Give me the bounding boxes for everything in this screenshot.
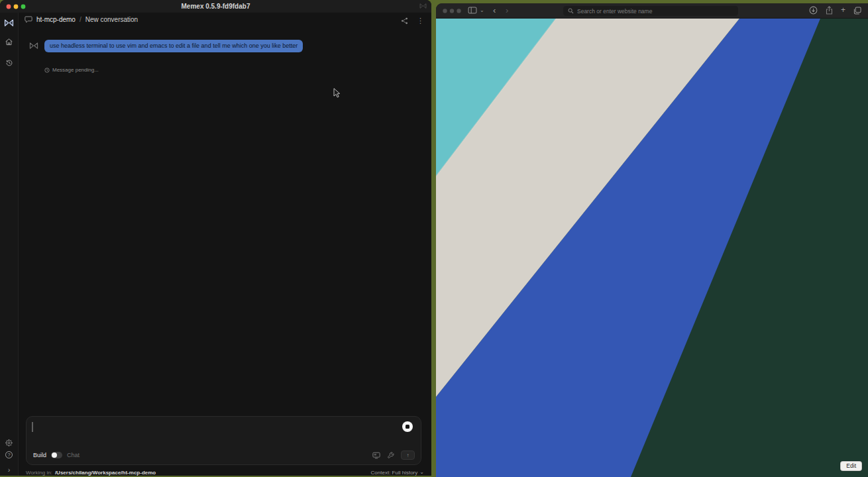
safari-window: ⌄ ‹ › Search or enter website name +	[436, 3, 868, 477]
breadcrumb-separator: /	[80, 16, 81, 23]
share-icon[interactable]	[401, 17, 408, 25]
tab-overview-icon[interactable]	[853, 7, 861, 15]
sidebar-toggle-button[interactable]: ⌄	[468, 7, 484, 14]
toggle-knob	[52, 452, 57, 458]
working-directory-path: /Users/chilang/Workspace/ht-mcp-demo	[55, 470, 156, 476]
screen-capture-icon[interactable]	[372, 452, 380, 459]
memex-window: Memex 0.5.9-fd9fdab7 ? › ht-mcp	[0, 0, 431, 476]
address-bar[interactable]: Search or enter website name	[563, 6, 738, 16]
chevron-down-icon: ⌄	[419, 470, 424, 475]
help-question-glyph: ?	[5, 451, 13, 458]
more-options-kebab-icon[interactable]: ⋮	[417, 16, 424, 25]
mode-label-build[interactable]: Build	[33, 452, 46, 458]
address-placeholder: Search or enter website name	[577, 8, 652, 15]
window-title: Memex 0.5.9-fd9fdab7	[0, 0, 431, 13]
pending-status-text: Message pending...	[52, 67, 99, 73]
edit-button[interactable]: Edit	[840, 461, 862, 471]
safari-toolbar: ⌄ ‹ › Search or enter website name +	[436, 3, 868, 19]
context-dropdown[interactable]: Context: Full history ⌄	[371, 470, 424, 476]
home-icon[interactable]	[0, 38, 18, 46]
memex-sidebar: ? ›	[0, 13, 19, 476]
build-chat-toggle[interactable]	[51, 452, 62, 458]
forward-button[interactable]: ›	[506, 5, 508, 17]
minimize-window-button[interactable]	[450, 9, 454, 13]
header-actions: ⋮	[401, 16, 424, 25]
conversation-header: ht-mcp-demo / New conversation ⋮	[19, 15, 431, 28]
settings-gear-icon[interactable]	[0, 439, 18, 447]
context-label: Context: Full history	[371, 470, 418, 476]
chat-bubble-icon	[25, 16, 32, 23]
working-in-label: Working in:	[26, 470, 52, 476]
share-icon[interactable]	[826, 6, 833, 15]
memex-avatar-icon	[29, 42, 38, 50]
user-message-row: use headless terminal to use vim and ema…	[29, 40, 303, 52]
user-message-bubble: use headless terminal to use vim and ema…	[44, 40, 303, 52]
breadcrumb-project[interactable]: ht-mcp-demo	[36, 16, 76, 23]
statusbar: Working in: /Users/chilang/Workspace/ht-…	[26, 468, 424, 476]
new-tab-plus-icon[interactable]: +	[841, 6, 845, 15]
send-arrow-icon: ↑	[407, 452, 409, 458]
safari-traffic-lights[interactable]	[443, 9, 462, 13]
toolbar-actions: +	[809, 6, 861, 15]
memex-main-panel: ht-mcp-demo / New conversation ⋮ use hea…	[19, 13, 431, 476]
pending-clock-icon	[44, 68, 50, 73]
zoom-window-button[interactable]	[457, 9, 461, 13]
breadcrumb: ht-mcp-demo / New conversation	[25, 16, 138, 23]
composer-action-icons: ↑	[372, 450, 415, 460]
chevron-down-icon: ⌄	[480, 8, 484, 13]
expand-sidebar-chevron-icon[interactable]: ›	[0, 466, 18, 474]
breadcrumb-page: New conversation	[85, 16, 138, 23]
back-button[interactable]: ‹	[493, 5, 496, 17]
stop-generation-button[interactable]	[402, 421, 413, 432]
text-caret	[32, 422, 33, 432]
composer-input-area[interactable]: Build Chat ↑	[26, 416, 421, 465]
memex-home-logo-icon[interactable]	[0, 19, 18, 27]
stop-square-icon	[406, 425, 409, 429]
mode-label-chat[interactable]: Chat	[67, 452, 80, 458]
help-icon[interactable]: ?	[0, 451, 18, 458]
composer-toolbar: Build Chat ↑	[33, 450, 415, 460]
downloads-icon[interactable]	[809, 6, 818, 15]
wallpaper-image	[436, 19, 868, 477]
message-pending-status: Message pending...	[44, 67, 99, 73]
history-icon[interactable]	[0, 59, 18, 67]
send-button[interactable]: ↑	[401, 450, 415, 460]
close-window-button[interactable]	[443, 9, 447, 13]
memex-titlebar: Memex 0.5.9-fd9fdab7	[0, 0, 431, 13]
search-icon	[568, 8, 574, 14]
memex-logo-icon	[419, 3, 427, 9]
tools-wrench-icon[interactable]	[387, 452, 394, 459]
browser-content: Edit	[436, 19, 868, 477]
